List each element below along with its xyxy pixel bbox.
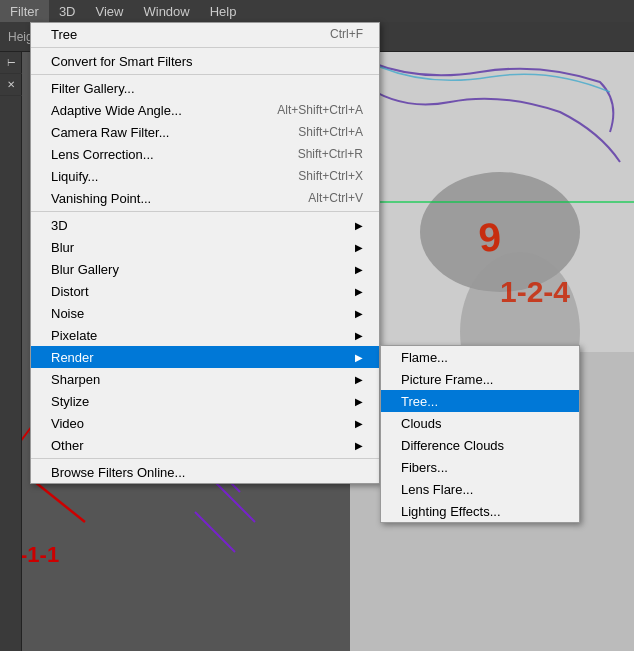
arrow-distort: ▶ — [355, 286, 363, 297]
menu-filter[interactable]: Filter — [0, 0, 49, 22]
menu-item-filter-gallery[interactable]: Filter Gallery... — [31, 77, 379, 99]
filter-dropdown: Tree Ctrl+F Convert for Smart Filters Fi… — [30, 22, 380, 484]
menu-help[interactable]: Help — [200, 0, 247, 22]
separator-4 — [31, 458, 379, 459]
submenu-item-flame[interactable]: Flame... — [381, 346, 579, 368]
menu-3d[interactable]: 3D — [49, 0, 86, 22]
submenu-item-lens-flare[interactable]: Lens Flare... — [381, 478, 579, 500]
submenu-item-fibers[interactable]: Fibers... — [381, 456, 579, 478]
submenu-item-clouds[interactable]: Clouds — [381, 412, 579, 434]
menu-item-noise[interactable]: Noise ▶ — [31, 302, 379, 324]
menu-bar: Filter 3D View Window Help — [0, 0, 634, 22]
menu-item-video[interactable]: Video ▶ — [31, 412, 379, 434]
arrow-render: ▶ — [355, 352, 363, 363]
menu-item-lens-correction[interactable]: Lens Correction... Shift+Ctrl+R — [31, 143, 379, 165]
menu-item-camera-raw[interactable]: Camera Raw Filter... Shift+Ctrl+A — [31, 121, 379, 143]
svg-text:1-2-4: 1-2-4 — [500, 275, 570, 308]
tool-button-1[interactable]: ⊢ — [0, 52, 22, 74]
menu-item-tree[interactable]: Tree Ctrl+F — [31, 23, 379, 45]
menu-item-liquify[interactable]: Liquify... Shift+Ctrl+X — [31, 165, 379, 187]
arrow-3d: ▶ — [355, 220, 363, 231]
separator-2 — [31, 74, 379, 75]
menu-item-distort[interactable]: Distort ▶ — [31, 280, 379, 302]
svg-text:-1-1: -1-1 — [20, 542, 59, 567]
left-tool-panel: ⊢ ✕ — [0, 52, 22, 651]
menu-item-adaptive-wide[interactable]: Adaptive Wide Angle... Alt+Shift+Ctrl+A — [31, 99, 379, 121]
menu-item-blur-gallery[interactable]: Blur Gallery ▶ — [31, 258, 379, 280]
tool-button-2[interactable]: ✕ — [0, 74, 22, 96]
menu-item-other[interactable]: Other ▶ — [31, 434, 379, 456]
arrow-blur-gallery: ▶ — [355, 264, 363, 275]
menu-item-pixelate[interactable]: Pixelate ▶ — [31, 324, 379, 346]
menu-item-sharpen[interactable]: Sharpen ▶ — [31, 368, 379, 390]
render-submenu: Flame... Picture Frame... Tree... Clouds… — [380, 345, 580, 523]
arrow-blur: ▶ — [355, 242, 363, 253]
arrow-video: ▶ — [355, 418, 363, 429]
menu-item-3d[interactable]: 3D ▶ — [31, 214, 379, 236]
menu-item-smart-filters[interactable]: Convert for Smart Filters — [31, 50, 379, 72]
arrow-noise: ▶ — [355, 308, 363, 319]
submenu-item-tree[interactable]: Tree... — [381, 390, 579, 412]
separator-1 — [31, 47, 379, 48]
submenu-item-lighting-effects[interactable]: Lighting Effects... — [381, 500, 579, 522]
menu-item-vanishing-point[interactable]: Vanishing Point... Alt+Ctrl+V — [31, 187, 379, 209]
menu-item-browse-filters[interactable]: Browse Filters Online... — [31, 461, 379, 483]
arrow-sharpen: ▶ — [355, 374, 363, 385]
menu-item-render[interactable]: Render ▶ — [31, 346, 379, 368]
arrow-other: ▶ — [355, 440, 363, 451]
menu-item-stylize[interactable]: Stylize ▶ — [31, 390, 379, 412]
menu-window[interactable]: Window — [133, 0, 199, 22]
menu-item-blur[interactable]: Blur ▶ — [31, 236, 379, 258]
svg-text:9: 9 — [477, 214, 503, 260]
arrow-pixelate: ▶ — [355, 330, 363, 341]
submenu-item-picture-frame[interactable]: Picture Frame... — [381, 368, 579, 390]
submenu-item-difference-clouds[interactable]: Difference Clouds — [381, 434, 579, 456]
arrow-stylize: ▶ — [355, 396, 363, 407]
menu-view[interactable]: View — [86, 0, 134, 22]
separator-3 — [31, 211, 379, 212]
